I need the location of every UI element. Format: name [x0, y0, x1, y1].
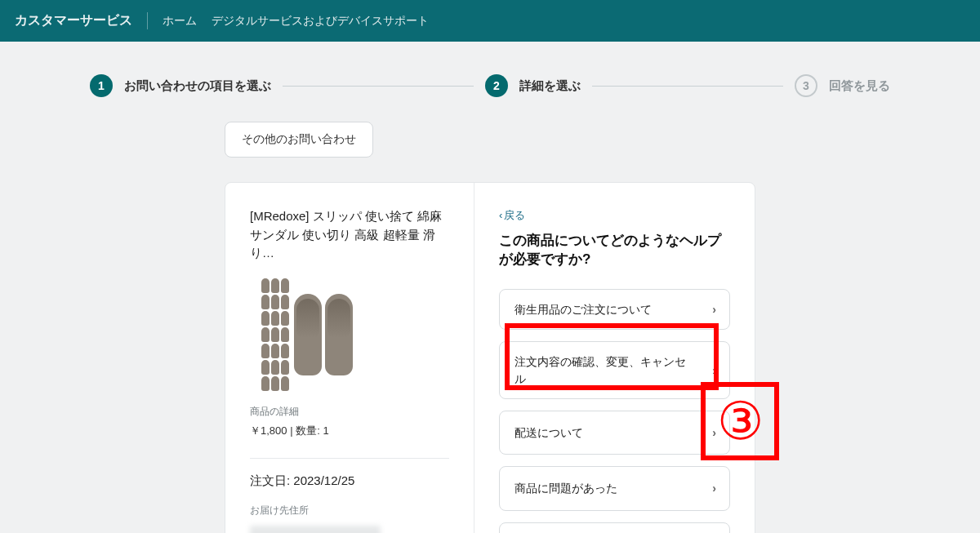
chevron-right-icon: › — [712, 424, 716, 441]
divider — [250, 458, 449, 459]
content: その他のお問い合わせ [MRedoxe] スリッパ 使い捨て 綿麻 サンダル 使… — [0, 122, 980, 533]
shipping-address-label: お届け先住所 — [250, 504, 449, 517]
back-label: 戻る — [504, 208, 525, 223]
step-3-label: 回答を見る — [829, 78, 890, 94]
help-question: この商品についてどのようなヘルプが必要ですか? — [499, 231, 730, 270]
main-panel: [MRedoxe] スリッパ 使い捨て 綿麻 サンダル 使い切り 高級 超軽量 … — [225, 182, 755, 533]
product-price: ￥1,800 — [250, 424, 287, 437]
chevron-right-icon: › — [712, 301, 716, 318]
option-order-change-cancel[interactable]: 注文内容の確認、変更、キャンセル › — [499, 341, 730, 399]
product-details-label: 商品の詳細 — [250, 406, 299, 417]
step-3-badge: 3 — [795, 74, 817, 97]
product-title: [MRedoxe] スリッパ 使い捨て 綿麻 サンダル 使い切り 高級 超軽量 … — [250, 207, 449, 263]
option-label: 衛生用品のご注文について — [514, 303, 652, 316]
step-2-label: 詳細を選ぶ — [519, 78, 581, 94]
shipping-address-blurred — [250, 526, 381, 534]
other-inquiry-button[interactable]: その他のお問い合わせ — [225, 122, 373, 158]
step-3: 3 回答を見る — [795, 74, 890, 97]
qty-label: 数量: — [296, 424, 323, 437]
step-2: 2 詳細を選ぶ — [485, 74, 581, 97]
step-line — [592, 86, 783, 87]
product-meta: 商品の詳細 ￥1,800 | 数量: 1 — [250, 403, 449, 438]
step-1: 1 お問い合わせの項目を選ぶ — [90, 74, 271, 97]
option-shipping[interactable]: 配送について › — [499, 411, 730, 455]
option-return-exchange-refund[interactable]: 返品、交換、返金 › — [499, 522, 730, 533]
help-column: ‹ 戻る この商品についてどのようなヘルプが必要ですか? 衛生用品のご注文につい… — [474, 183, 755, 533]
step-1-badge: 1 — [90, 74, 113, 97]
chevron-left-icon: ‹ — [499, 209, 502, 221]
service-title: カスタマーサービス — [15, 12, 148, 29]
option-product-problem[interactable]: 商品に問題があった › — [499, 466, 730, 510]
option-label: 商品に問題があった — [514, 482, 617, 495]
step-2-badge: 2 — [485, 74, 508, 97]
slipper-pair-illustration — [294, 294, 353, 375]
back-link[interactable]: ‹ 戻る — [499, 208, 525, 223]
order-date: 注文日: 2023/12/25 — [250, 473, 449, 489]
product-image — [250, 278, 364, 392]
chevron-right-icon: › — [712, 480, 716, 496]
nav-home[interactable]: ホーム — [163, 14, 197, 29]
product-column: [MRedoxe] スリッパ 使い捨て 綿麻 サンダル 使い切り 高級 超軽量 … — [225, 183, 474, 533]
chevron-right-icon: › — [712, 362, 716, 379]
topbar: カスタマーサービス ホーム デジタルサービスおよびデバイスサポート — [0, 0, 980, 42]
progress-steps: 1 お問い合わせの項目を選ぶ 2 詳細を選ぶ 3 回答を見る — [0, 42, 980, 122]
sep: | — [287, 424, 296, 437]
step-line — [283, 86, 474, 87]
step-1-label: お問い合わせの項目を選ぶ — [124, 78, 271, 94]
slipper-grid-illustration — [261, 278, 289, 391]
option-hygiene[interactable]: 衛生用品のご注文について › — [499, 289, 730, 330]
price-line: ￥1,800 | 数量: 1 — [250, 424, 449, 438]
option-label: 配送について — [514, 426, 583, 439]
page: カスタマーサービス ホーム デジタルサービスおよびデバイスサポート 1 お問い合… — [0, 0, 980, 533]
option-label: 注文内容の確認、変更、キャンセル — [514, 355, 686, 384]
nav-digital-support[interactable]: デジタルサービスおよびデバイスサポート — [212, 14, 429, 29]
qty-value: 1 — [323, 424, 328, 437]
